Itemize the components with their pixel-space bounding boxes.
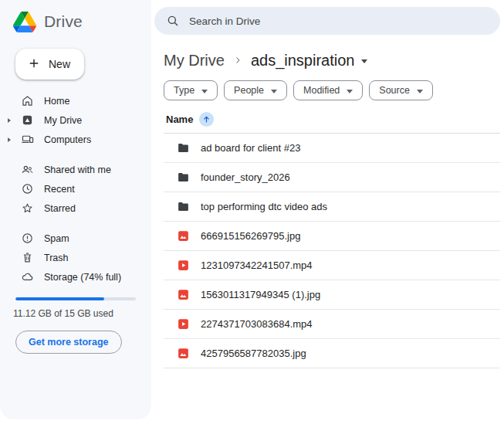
folder-icon (177, 141, 190, 154)
expand-chevron-icon[interactable] (8, 118, 11, 123)
image-file-icon (177, 229, 190, 243)
expand-chevron-icon[interactable] (8, 137, 11, 142)
trash-icon (21, 251, 34, 264)
storage-usage-text: 11.12 GB of 15 GB used (13, 308, 151, 319)
search-bar[interactable] (154, 7, 500, 35)
get-more-storage-button[interactable]: Get more storage (15, 331, 122, 354)
content-area: My Drive ads_inspiration Type People Mod… (164, 50, 500, 368)
sidebar-item-my-drive[interactable]: My Drive (0, 110, 151, 130)
chevron-right-icon (233, 56, 242, 65)
main-panel: My Drive ads_inspiration Type People Mod… (151, 0, 504, 424)
sidebar-nav: Home My Drive Computers (0, 91, 151, 287)
filter-chip-source[interactable]: Source (369, 80, 433, 100)
search-icon (166, 14, 180, 28)
breadcrumb: My Drive ads_inspiration (164, 50, 500, 70)
image-file-icon (177, 288, 190, 301)
filter-chip-people[interactable]: People (224, 80, 287, 100)
file-row[interactable]: ad board for client #23 (164, 134, 500, 163)
breadcrumb-my-drive[interactable]: My Drive (164, 52, 225, 70)
file-row[interactable]: 1563011317949345 (1).jpg (164, 280, 500, 310)
filter-chips: Type People Modified Source (164, 80, 500, 100)
folder-icon (177, 200, 190, 213)
file-list: ad board for client #23 founder_story_20… (164, 134, 500, 368)
computers-icon (21, 133, 34, 146)
file-row[interactable]: founder_story_2026 (164, 163, 500, 192)
search-input[interactable] (189, 15, 496, 27)
nav-section-shared: Shared with me Recent Starred (0, 160, 151, 218)
chevron-down-icon (271, 90, 277, 93)
sidebar-item-starred[interactable]: Starred (0, 198, 151, 218)
sidebar-item-home[interactable]: Home (0, 91, 151, 110)
sidebar-item-spam[interactable]: Spam (0, 229, 151, 248)
file-row[interactable]: 2274371703083684.mp4 (164, 310, 500, 339)
filter-chip-modified[interactable]: Modified (293, 80, 363, 100)
filter-chip-type[interactable]: Type (164, 80, 218, 100)
spam-icon (21, 232, 34, 245)
file-row[interactable]: 4257956587782035.jpg (164, 339, 500, 368)
recent-icon (21, 182, 34, 195)
name-column-header[interactable]: Name (166, 114, 193, 125)
sidebar-item-recent[interactable]: Recent (0, 179, 151, 198)
starred-icon (21, 202, 34, 215)
app-title: Drive (44, 12, 83, 31)
nav-section-storage: Spam Trash Storage (74% full) (0, 229, 151, 287)
shared-with-me-icon (21, 163, 34, 176)
chevron-down-icon (417, 90, 423, 93)
storage-progress-bar (15, 297, 136, 300)
plus-icon (27, 56, 41, 73)
video-file-icon (177, 317, 190, 331)
sidebar-item-storage[interactable]: Storage (74% full) (0, 267, 151, 287)
sidebar: Drive New Home My Drive (0, 0, 151, 419)
my-drive-icon (21, 114, 34, 127)
file-row[interactable]: 666915156269795.jpg (164, 222, 500, 251)
storage-cloud-icon (21, 270, 34, 283)
new-button[interactable]: New (15, 49, 84, 80)
chevron-down-icon (347, 90, 353, 93)
home-icon (21, 94, 34, 107)
video-file-icon (177, 259, 190, 272)
file-list-header: Name (164, 110, 500, 127)
folder-menu-caret-icon[interactable] (361, 59, 367, 63)
sidebar-item-trash[interactable]: Trash (0, 248, 151, 267)
sidebar-item-computers[interactable]: Computers (0, 130, 151, 149)
new-button-label: New (49, 58, 70, 70)
sort-ascending-button[interactable] (199, 112, 214, 127)
folder-icon (177, 171, 190, 184)
breadcrumb-current-folder[interactable]: ads_inspiration (251, 52, 368, 70)
sidebar-item-shared-with-me[interactable]: Shared with me (0, 160, 151, 179)
app-logo-row: Drive (0, 9, 151, 34)
storage-progress-fill (15, 297, 104, 300)
chevron-down-icon (201, 90, 208, 93)
file-row[interactable]: top performing dtc video ads (164, 192, 500, 222)
image-file-icon (177, 347, 190, 360)
drive-logo-icon (13, 12, 36, 32)
file-row[interactable]: 1231097342241507.mp4 (164, 251, 500, 280)
nav-section-drive: Home My Drive Computers (0, 91, 151, 149)
